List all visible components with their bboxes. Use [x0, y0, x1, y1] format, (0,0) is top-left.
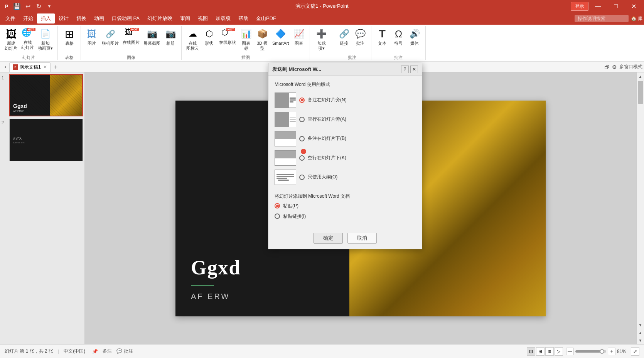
- view-reading-button[interactable]: ≡: [545, 347, 554, 356]
- dialog-paste-section-title: 将幻灯片添加到 Microsoft Word 文档: [275, 193, 416, 200]
- online-image2-label: 在线图片: [123, 40, 140, 45]
- media-button[interactable]: 🔊 媒体: [407, 27, 422, 54]
- tab-add-button[interactable]: +: [51, 62, 61, 72]
- dialog-option-1-radio[interactable]: [299, 97, 305, 103]
- zoom-down-arrow[interactable]: ▼: [637, 336, 644, 344]
- textbox-button[interactable]: T 文本: [374, 27, 390, 54]
- notes-button[interactable]: 备注: [103, 348, 112, 355]
- menu-help[interactable]: 帮助: [234, 13, 252, 24]
- view-sorter-button[interactable]: ⊞: [536, 347, 545, 356]
- ribbon-group-illus: ☁ 在线图标云 ⬡ 形状 ⬡ HOT 在线形状 📊 图表标 📦 3D 模型: [182, 26, 310, 60]
- media-icon: 🔊: [408, 28, 421, 40]
- customize-button[interactable]: ▼: [45, 2, 54, 10]
- tab-presentation1[interactable]: P 演示文稿1 ✕: [9, 62, 51, 72]
- new-page-button[interactable]: 📄 新加动画页▾: [36, 27, 54, 54]
- tab-close-button[interactable]: ✕: [43, 64, 47, 70]
- smartart-icon: 🔷: [275, 28, 287, 40]
- zoom-slider[interactable]: [575, 350, 606, 353]
- shapes-button[interactable]: ⬡ 形状: [201, 27, 217, 54]
- redo-button[interactable]: ↻: [34, 2, 43, 10]
- zoom-handle[interactable]: [600, 349, 604, 354]
- dialog-option-5-radio[interactable]: [299, 175, 305, 180]
- tab-nav-left[interactable]: [2, 65, 9, 69]
- maximize-button[interactable]: □: [607, 0, 625, 12]
- close-button[interactable]: ✕: [625, 0, 642, 12]
- zoom-up-arrow[interactable]: ▲: [637, 329, 644, 336]
- dialog-option-5-icon: [275, 170, 296, 185]
- online-image-button[interactable]: 🔗 联机图片: [100, 27, 120, 54]
- menu-kingsoft-pdf[interactable]: 金山PDF: [252, 13, 280, 24]
- dialog-paste-1-radio[interactable]: [275, 203, 280, 208]
- undo-button[interactable]: ↩: [23, 2, 32, 10]
- addins-button[interactable]: ➕ 加载项▾: [314, 27, 329, 54]
- login-button[interactable]: 登录: [571, 2, 588, 11]
- chart-button[interactable]: 📈 图表: [291, 27, 307, 54]
- zoom-in-button[interactable]: +: [608, 348, 615, 355]
- smartart-button[interactable]: 🔷 SmartArt: [271, 27, 290, 54]
- slide-thumb-1[interactable]: Ggxd AF ERW: [9, 74, 83, 116]
- addins-icon: ➕: [315, 28, 328, 40]
- online-shapes-button[interactable]: ⬡ HOT 在线形状: [217, 27, 238, 54]
- menu-addins[interactable]: 加载项: [212, 13, 234, 24]
- online-icons-label: 在线图标云: [186, 41, 199, 51]
- status-bar: 幻灯片 第 1 张，共 2 张 | 中文(中国) 📌 备注 💬 批注 ⊡ ⊞ ≡…: [0, 344, 644, 358]
- image-button[interactable]: 🖼 图片: [84, 27, 99, 54]
- ribbon-group-illus-items: ☁ 在线图标云 ⬡ 形状 ⬡ HOT 在线形状 📊 图表标 📦 3D 模型: [185, 27, 307, 54]
- comment-status-button[interactable]: 💬 批注: [116, 348, 133, 355]
- dialog-close-button[interactable]: ✕: [410, 66, 418, 73]
- dialog-paste-1-row: 粘贴(P): [275, 203, 416, 209]
- symbol-button[interactable]: Ω 符号: [391, 27, 406, 54]
- library-button[interactable]: 🏠 库: [631, 15, 642, 22]
- online-image-icon: 🔗: [104, 28, 116, 40]
- online-icons-button[interactable]: ☁ 在线图标云: [185, 27, 201, 54]
- zoom-out-button[interactable]: —: [566, 348, 574, 355]
- dialog-option-3-label: 备注在幻灯片下(B): [308, 135, 346, 142]
- dialog-paste-2-radio[interactable]: [275, 213, 280, 219]
- minimize-button[interactable]: —: [589, 0, 607, 12]
- media-label: 媒体: [410, 41, 419, 46]
- table-button[interactable]: ⊞ 表格: [62, 27, 77, 54]
- comment-button[interactable]: 💬 批注: [352, 27, 368, 54]
- chart-icon-button[interactable]: 📊 图表标: [238, 27, 254, 54]
- view-slideshow-button[interactable]: ▷: [555, 347, 563, 356]
- menu-home[interactable]: 开始: [19, 13, 37, 24]
- slide-thumb-2[interactable]: タグス subtitle text: [9, 119, 83, 161]
- settings-icon[interactable]: ⚙: [612, 64, 617, 70]
- 3d-model-button[interactable]: 📦 3D 模型: [255, 27, 270, 54]
- dialog-option-4-radio[interactable]: [299, 155, 305, 161]
- menu-slideshow[interactable]: 幻灯片放映: [143, 13, 176, 24]
- fit-slide-button[interactable]: ⤢: [631, 347, 639, 356]
- save-button[interactable]: 💾: [12, 2, 22, 10]
- multiwindow-icon[interactable]: 🗗: [604, 64, 610, 70]
- menu-pa[interactable]: 口袋动画 PA: [108, 13, 143, 24]
- new-slide-button[interactable]: 🖼 新建幻灯片: [3, 27, 19, 54]
- online-slide-button[interactable]: 🌐 HOT 在线幻灯片: [20, 27, 35, 54]
- scroll-down-button[interactable]: ▼: [637, 321, 644, 329]
- photo-album-button[interactable]: 📷 相册: [163, 27, 178, 54]
- dialog-option-5-row: 只使用大纲(O): [275, 170, 416, 185]
- dialog-option-3-radio[interactable]: [299, 136, 305, 141]
- link-label: 链接: [340, 41, 348, 46]
- link-button[interactable]: 🔗 链接: [336, 27, 352, 54]
- dialog-help-button[interactable]: ?: [401, 66, 409, 73]
- scroll-up-button[interactable]: ▲: [637, 72, 644, 80]
- menu-design[interactable]: 设计: [55, 13, 72, 24]
- dialog-confirm-button[interactable]: 确定: [314, 233, 343, 244]
- ribbon-group-table: ⊞ 表格 表格: [58, 26, 81, 60]
- slide-item-2[interactable]: 2 タグス subtitle text: [2, 119, 83, 161]
- menu-animation[interactable]: 动画: [90, 13, 108, 24]
- menu-transition[interactable]: 切换: [72, 13, 90, 24]
- menu-insert[interactable]: 插入: [37, 13, 55, 24]
- dialog-option-2-radio[interactable]: [299, 117, 305, 122]
- menu-view[interactable]: 视图: [194, 13, 212, 24]
- menu-file[interactable]: 文件: [2, 13, 19, 24]
- view-normal-button[interactable]: ⊡: [527, 347, 535, 356]
- slide-item-1[interactable]: 1 Ggxd AF ERW: [2, 74, 83, 116]
- dialog-cancel-button[interactable]: 取消: [347, 233, 377, 244]
- menu-review[interactable]: 审阅: [176, 13, 194, 24]
- scroll-thumb[interactable]: [638, 81, 643, 104]
- search-input[interactable]: [575, 15, 629, 22]
- screenshot-button[interactable]: 📷 屏幕截图: [142, 27, 162, 54]
- online-image2-button[interactable]: 🖼 HOT 在线图片: [121, 27, 141, 54]
- multiwindow-mode-button[interactable]: 多窗口模式: [619, 64, 642, 70]
